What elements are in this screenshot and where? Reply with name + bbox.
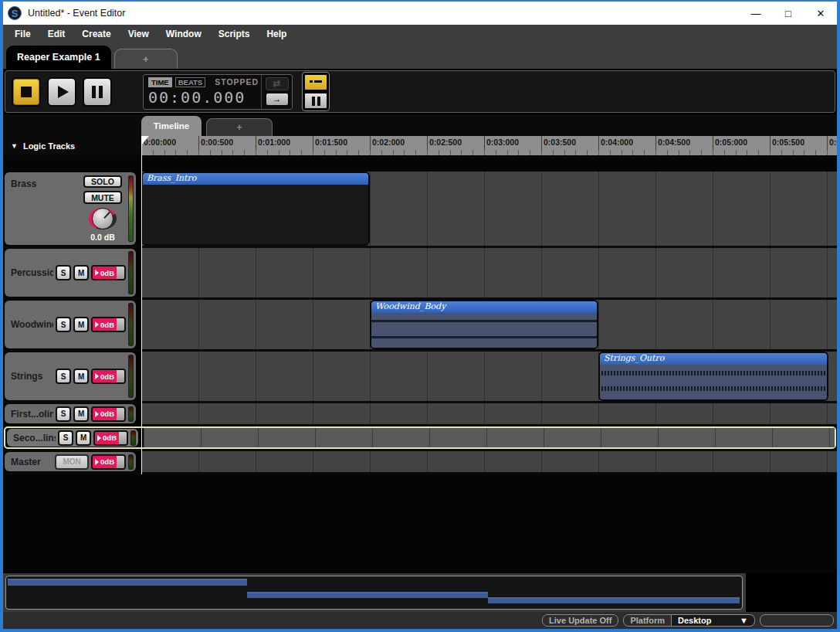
play-button[interactable] <box>47 77 76 107</box>
solo-button[interactable]: SOLO <box>83 175 122 188</box>
platform-dropdown[interactable]: Desktop ▼ <box>672 614 755 627</box>
loop-button[interactable]: ⇄ <box>266 77 289 90</box>
level-meter <box>128 454 134 470</box>
volume-fader[interactable]: 0dB <box>93 430 128 446</box>
ruler-time-label: 0:02:000 <box>372 138 405 147</box>
track-header-second-violins[interactable]: Seco...lins S M 0dB <box>7 429 138 447</box>
status-extra-field[interactable] <box>760 614 834 627</box>
track-lane-second-violins[interactable] <box>144 428 835 447</box>
solo-button[interactable]: S <box>56 265 71 280</box>
logic-tracks-label: Logic Tracks <box>23 141 75 151</box>
minimize-button[interactable]: — <box>740 2 772 24</box>
fader-handle <box>117 318 124 331</box>
live-update-button[interactable]: Live Update Off <box>542 614 618 627</box>
pause-bars-icon <box>312 97 320 106</box>
tab-reaper-example-1[interactable]: Reaper Example 1 <box>6 46 111 69</box>
logic-tracks-header[interactable]: ▼ Logic Tracks <box>3 136 141 155</box>
clip-strings-outro[interactable]: Strings_Outro <box>598 352 828 401</box>
overview-minimap[interactable] <box>5 576 743 610</box>
ruler-time-label: 0:06:000 <box>829 138 837 147</box>
platform-value: Desktop <box>678 616 711 625</box>
maximize-button[interactable]: □ <box>772 2 804 24</box>
track-name: Master <box>11 457 52 467</box>
tab-timeline[interactable]: Timeline <box>141 116 202 136</box>
titlebar: S Untitled* - Event Editor — □ ✕ <box>3 2 837 25</box>
statusbar: Live Update Off Platform Desktop ▼ <box>3 612 837 629</box>
mute-button[interactable]: MUTE <box>83 191 122 203</box>
track-lane-master[interactable] <box>141 451 837 472</box>
ruler-time-label: 0:05:500 <box>772 138 804 147</box>
fader-value: 0dB <box>103 433 117 442</box>
timeline-tabs: Timeline + <box>3 114 837 136</box>
fader-handle <box>117 456 124 468</box>
track-header-percussion[interactable]: Percussion S M 0dB <box>5 249 136 297</box>
clip-brass-intro[interactable]: Brass_Intro <box>141 172 370 246</box>
time-mode-button[interactable]: TIME <box>148 77 172 87</box>
add-tab-button[interactable]: + <box>114 49 178 69</box>
event-list-view-button[interactable] <box>303 73 328 91</box>
ruler-time-label: 0:00:500 <box>201 138 233 147</box>
fader-value: 0dB <box>100 269 114 277</box>
follow-cursor-button[interactable]: → <box>266 93 289 106</box>
monitor-button[interactable]: MON <box>55 454 89 470</box>
ruler-time-label: 0:01:000 <box>258 138 290 147</box>
volume-knob[interactable] <box>89 208 117 229</box>
stop-button[interactable] <box>12 77 41 107</box>
fader-value: 0dB <box>100 372 114 381</box>
menu-window[interactable]: Window <box>158 25 210 43</box>
fader-arrow-icon <box>95 373 99 379</box>
volume-fader[interactable]: 0dB <box>91 406 126 422</box>
mute-button[interactable]: M <box>73 317 89 332</box>
solo-button[interactable]: S <box>56 406 71 422</box>
ruler-time-label: 0:01:500 <box>315 138 347 147</box>
track-lane-woodwind[interactable]: Woodwind_Body <box>141 300 837 349</box>
mute-button[interactable]: M <box>73 265 89 280</box>
mute-button[interactable]: M <box>76 430 91 446</box>
close-button[interactable]: ✕ <box>804 2 837 24</box>
playhead-cursor[interactable] <box>141 136 142 474</box>
volume-fader[interactable]: 0dB <box>91 317 126 332</box>
level-meter <box>128 303 134 346</box>
track-name: First...olins <box>11 409 53 420</box>
solo-button[interactable]: S <box>56 369 71 384</box>
track-header-first-violins[interactable]: First...olins S M 0dB <box>5 404 136 423</box>
ruler-time-label: 0:04:000 <box>601 138 633 147</box>
track-header-master[interactable]: Master MON 0dB <box>5 452 136 471</box>
menu-help[interactable]: Help <box>258 25 295 43</box>
mute-button[interactable]: M <box>73 369 89 384</box>
playhead-flag-icon <box>141 136 149 145</box>
solo-button[interactable]: S <box>56 317 71 332</box>
track-row-strings: Strings S M 0dB Strings_Outro <box>3 352 837 401</box>
track-lane-percussion[interactable] <box>141 248 837 297</box>
fader-handle <box>117 370 124 382</box>
clip-name: Brass_Intro <box>143 173 368 185</box>
clip-woodwind-body[interactable]: Woodwind_Body <box>370 300 598 349</box>
volume-fader[interactable]: 0dB <box>91 454 126 470</box>
add-timeline-tab-button[interactable]: + <box>206 118 273 136</box>
pause-view-button[interactable] <box>303 92 328 110</box>
overview-clip-bar <box>247 592 488 598</box>
track-header-woodwind[interactable]: Woodwind S M 0dB <box>5 301 136 348</box>
ruler-time-label: 0:03:500 <box>544 138 576 147</box>
track-header-strings[interactable]: Strings S M 0dB <box>5 352 136 400</box>
solo-button[interactable]: S <box>58 430 73 446</box>
menu-create[interactable]: Create <box>73 25 119 43</box>
transport-status: STOPPED <box>215 77 259 87</box>
transport-bar: TIME BEATS STOPPED 00:00.000 ⇄ → <box>3 69 837 114</box>
menu-edit[interactable]: Edit <box>39 25 74 43</box>
beats-mode-button[interactable]: BEATS <box>175 77 206 87</box>
mute-button[interactable]: M <box>73 406 89 422</box>
track-lane-first-violins[interactable] <box>141 403 837 424</box>
track-row-woodwind: Woodwind S M 0dB Woodwind_Body <box>3 300 837 349</box>
track-lane-brass[interactable]: Brass_Intro <box>141 172 837 246</box>
menu-file[interactable]: File <box>6 25 39 43</box>
track-header-brass[interactable]: Brass SOLO MUTE 0.0 dB <box>5 172 136 245</box>
menu-view[interactable]: View <box>120 25 158 43</box>
track-lane-strings[interactable]: Strings_Outro <box>141 352 837 401</box>
menu-scripts[interactable]: Scripts <box>210 25 259 43</box>
view-toggle-group <box>302 72 330 111</box>
time-ruler[interactable]: 0:00:0000:00:5000:01:0000:01:5000:02:000… <box>141 136 837 155</box>
volume-fader[interactable]: 0dB <box>91 369 126 384</box>
pause-button[interactable] <box>83 77 112 107</box>
volume-fader[interactable]: 0dB <box>91 265 126 280</box>
